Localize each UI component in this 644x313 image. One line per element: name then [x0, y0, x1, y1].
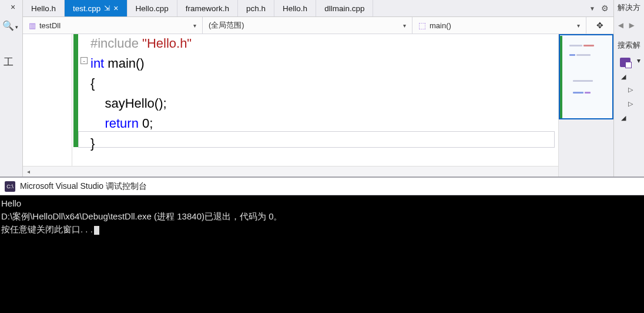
tab-framework-h[interactable]: framework.h [177, 0, 238, 16]
tab-hello-cpp[interactable]: Hello.cpp [128, 0, 177, 16]
console-line: D:\案例\HelloDll\x64\Debug\testDll.exe (进程… [1, 211, 282, 221]
left-toolbar: × 🔍▾ 工 [0, 0, 23, 177]
navigation-bar: ▥ testDll ▾ (全局范围) ▾ ⬚ main() ▾ ✥ [23, 17, 613, 34]
console-line: 按任意键关闭此窗口. . . [1, 224, 93, 234]
horizontal-scrollbar[interactable]: ◂ [23, 166, 558, 177]
console-titlebar[interactable]: C:\ Microsoft Visual Studio 调试控制台 [0, 178, 644, 195]
tab-label: Hello.cpp [136, 4, 169, 13]
cursor [94, 226, 99, 235]
tab-label: framework.h [186, 4, 229, 13]
pin-icon[interactable]: ⇲ [104, 4, 110, 12]
nav-forward-icon[interactable]: ► [628, 20, 636, 30]
tab-bar: Hello.h test.cpp ⇲ × Hello.cpp framework… [23, 0, 613, 17]
tab-overflow: ▼ ⚙ [585, 0, 613, 16]
minimap[interactable] [558, 34, 613, 177]
scope-project-label: testDll [39, 21, 61, 30]
chevron-down-icon: ▾ [193, 22, 196, 29]
kw-return: return [90, 116, 139, 131]
scope-function-dropdown[interactable]: ⬚ main() ▾ [412, 17, 586, 34]
function-icon: ⬚ [418, 21, 426, 30]
tab-label: dllmain.cpp [324, 4, 364, 13]
console-title-text: Microsoft Visual Studio 调试控制台 [20, 181, 147, 192]
close-icon[interactable]: × [113, 4, 118, 13]
solution-icon[interactable] [620, 58, 630, 67]
scroll-left-icon[interactable]: ◂ [23, 167, 33, 177]
change-marker [73, 34, 78, 147]
scope-range-dropdown[interactable]: (全局范围) ▾ [203, 17, 412, 34]
brace-open: { [90, 76, 95, 91]
tree-expand-icon[interactable]: ▷ [628, 100, 633, 108]
search-label[interactable]: 搜索解 [618, 40, 640, 51]
tree-collapsed-icon[interactable]: ◢ [621, 73, 626, 81]
overflow-menu-icon[interactable]: ▼ [589, 5, 595, 12]
fold-toggle[interactable]: - [80, 57, 88, 64]
code-content[interactable]: #include "Hello.h" int main() { sayHello… [90, 34, 555, 154]
brace-close: } [90, 136, 95, 151]
scope-range-label: (全局范围) [209, 20, 244, 31]
tree-collapsed-icon[interactable]: ◢ [621, 114, 626, 122]
tab-test-cpp[interactable]: test.cpp ⇲ × [65, 0, 127, 16]
project-icon: ▥ [29, 21, 36, 30]
chevron-down-icon: ▾ [15, 24, 18, 30]
minimap-viewport[interactable] [559, 34, 613, 119]
kw-int: int [90, 56, 104, 71]
chevron-down-icon: ▾ [577, 22, 580, 29]
solution-explorer-title: 解决方 [618, 2, 640, 13]
preproc: #include [90, 36, 142, 51]
semicolon: ; [149, 116, 153, 131]
scope-project-dropdown[interactable]: ▥ testDll ▾ [23, 17, 203, 34]
scope-function-label: main() [430, 21, 451, 30]
ret-val: 0 [139, 116, 149, 131]
console-output[interactable]: Hello D:\案例\HelloDll\x64\Debug\testDll.e… [0, 195, 644, 313]
include-file: "Hello.h" [142, 36, 192, 51]
fn-main: main() [104, 56, 144, 71]
chevron-down-icon: ▾ [403, 22, 406, 29]
tab-hello-h[interactable]: Hello.h [23, 0, 65, 16]
tab-label: pch.h [246, 4, 266, 13]
tab-label: test.cpp [73, 4, 100, 13]
split-editor-button[interactable]: ✥ [586, 17, 613, 34]
code-editor[interactable]: - #include "Hello.h" int main() { sayHel… [23, 34, 558, 177]
debug-console-window: C:\ Microsoft Visual Studio 调试控制台 Hello … [0, 177, 644, 313]
minimap-empty [559, 119, 613, 177]
tab-pch-h[interactable]: pch.h [238, 0, 274, 16]
close-icon[interactable]: × [11, 2, 15, 12]
nav-back-icon[interactable]: ◄ [616, 20, 625, 30]
gear-icon[interactable]: ⚙ [601, 4, 609, 13]
tab-label: Hello.h [283, 4, 307, 13]
tab-dllmain-cpp[interactable]: dllmain.cpp [316, 0, 373, 16]
search-icon[interactable]: 🔍▾ [1, 20, 19, 31]
chevron-down-icon[interactable]: ▾ [637, 56, 640, 65]
console-line: Hello [1, 198, 21, 208]
solution-explorer-strip: 解决方 ◄ ► 搜索解 ▾ ◢ ▷ ▷ ◢ [613, 0, 644, 177]
tree-expand-icon[interactable]: ▷ [628, 86, 633, 94]
tab-label: Hello.h [31, 4, 56, 13]
tab-hello-h-2[interactable]: Hello.h [274, 0, 316, 16]
call-sayhello: sayHello(); [90, 96, 167, 111]
toolbox-icon[interactable]: 工 [4, 55, 14, 69]
console-icon: C:\ [5, 181, 15, 192]
gutter-divider [72, 34, 72, 166]
